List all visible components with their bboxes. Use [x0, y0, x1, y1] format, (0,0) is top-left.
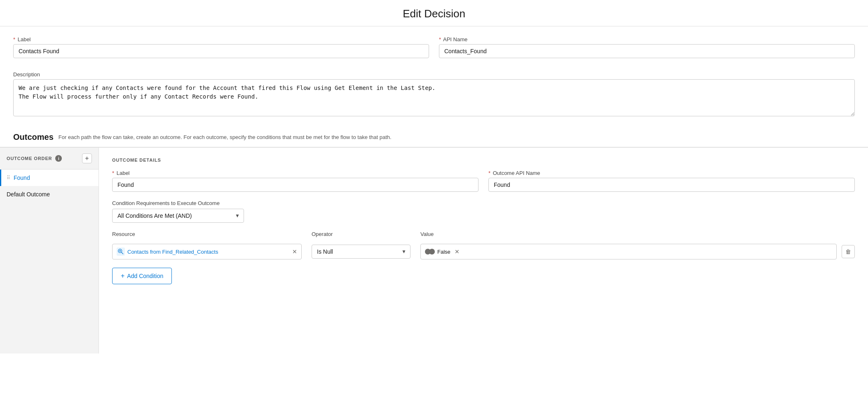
sidebar-item-label-default: Default Outcome — [7, 191, 50, 198]
operator-select[interactable]: Is Null Is Not Null Equals — [312, 245, 411, 259]
resource-remove-icon[interactable]: ✕ — [292, 249, 297, 255]
page-header: Edit Decision — [0, 0, 868, 26]
description-label: Description — [13, 71, 855, 78]
outcome-detail-panel: OUTCOME DETAILS * Label * Outcome API Na… — [99, 148, 868, 354]
detail-label-group: * Label — [112, 170, 479, 192]
conditions-columns: Resource Operator Value — [112, 231, 855, 239]
plus-icon: + — [121, 272, 124, 280]
conditions-section: Resource Operator Value Contacts from Fi… — [112, 231, 855, 284]
outcomes-body: OUTCOME ORDER i + ⠿ Found Default Outcom… — [0, 147, 868, 354]
required-star-detail-api: * — [488, 170, 490, 176]
svg-point-1 — [120, 250, 121, 252]
value-field[interactable]: False ✕ — [420, 244, 837, 259]
svg-line-2 — [122, 252, 123, 254]
info-icon[interactable]: i — [55, 155, 62, 162]
condition-row: Contacts from Find_Related_Contacts ✕ Is… — [112, 244, 855, 259]
label-api-row: * Label * API Name — [13, 36, 855, 58]
sidebar-item-default[interactable]: Default Outcome — [0, 186, 99, 203]
outcome-sidebar: OUTCOME ORDER i + ⠿ Found Default Outcom… — [0, 148, 99, 354]
outcome-api-name-input[interactable] — [488, 178, 855, 192]
required-star-detail-label: * — [112, 170, 114, 176]
resource-text: Contacts from Find_Related_Contacts — [127, 249, 288, 255]
resource-icon — [117, 248, 125, 256]
outcome-label-input[interactable] — [112, 178, 479, 192]
api-name-label: * API Name — [439, 36, 855, 42]
sidebar-items-container: ⠿ Found Default Outcome — [0, 170, 99, 203]
outcomes-header: Outcomes For each path the flow can take… — [0, 124, 868, 147]
api-name-group: * API Name — [439, 36, 855, 58]
detail-form-row: * Label * Outcome API Name — [112, 170, 855, 192]
add-condition-label: Add Condition — [127, 273, 163, 279]
required-star-label: * — [13, 36, 15, 42]
detail-api-group: * Outcome API Name — [488, 170, 855, 192]
col-header-resource: Resource — [112, 231, 302, 237]
add-condition-button[interactable]: + Add Condition — [112, 268, 172, 284]
toggle-icon — [425, 249, 435, 255]
col-header-value: Value — [420, 231, 855, 237]
toggle-right-circle — [429, 249, 435, 255]
page-title: Edit Decision — [0, 7, 868, 20]
col-header-operator: Operator — [312, 231, 411, 237]
trash-icon: 🗑 — [845, 248, 851, 255]
outcome-detail-header: OUTCOME DETAILS — [112, 158, 855, 163]
delete-condition-button[interactable]: 🗑 — [842, 245, 855, 258]
sidebar-item-label-found: Found — [14, 174, 30, 181]
condition-requirements-group: Condition Requirements to Execute Outcom… — [112, 200, 855, 223]
api-name-input[interactable] — [439, 44, 855, 58]
required-star-api: * — [439, 36, 441, 42]
operator-wrapper: Is Null Is Not Null Equals ▼ — [312, 245, 411, 259]
sidebar-header: OUTCOME ORDER i + — [0, 148, 99, 170]
outcomes-title: Outcomes — [13, 132, 54, 142]
add-outcome-icon: + — [85, 155, 89, 162]
condition-requirements-select[interactable]: All Conditions Are Met (AND) Any Conditi… — [112, 209, 244, 223]
label-group: * Label — [13, 36, 429, 58]
label-input[interactable] — [13, 44, 429, 58]
drag-handle-icon: ⠿ — [7, 175, 10, 181]
detail-api-label: * Outcome API Name — [488, 170, 855, 176]
sidebar-item-found[interactable]: ⠿ Found — [0, 170, 99, 186]
value-remove-icon[interactable]: ✕ — [455, 249, 460, 255]
label-field-label: * Label — [13, 36, 429, 42]
description-section: Description We are just checking if any … — [0, 71, 868, 124]
add-outcome-button[interactable]: + — [82, 153, 92, 163]
outcomes-description: For each path the flow can take, create … — [59, 134, 392, 140]
description-textarea[interactable]: We are just checking if any Contacts wer… — [13, 79, 855, 116]
detail-label-label: * Label — [112, 170, 479, 176]
condition-req-label: Condition Requirements to Execute Outcom… — [112, 200, 855, 206]
condition-req-select-wrapper: All Conditions Are Met (AND) Any Conditi… — [112, 209, 244, 223]
top-form: * Label * API Name — [0, 26, 868, 71]
resource-field[interactable]: Contacts from Find_Related_Contacts ✕ — [112, 244, 302, 259]
sidebar-header-text: OUTCOME ORDER — [7, 156, 52, 161]
value-text: False — [437, 249, 450, 255]
